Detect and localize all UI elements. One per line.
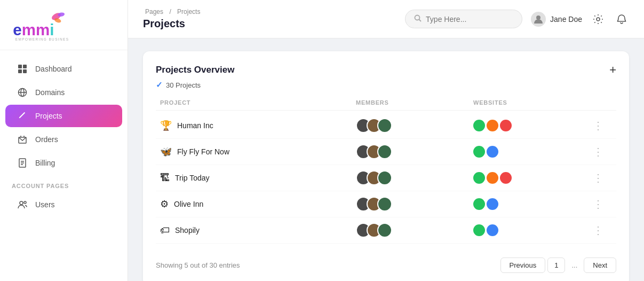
svg-line-22	[419, 20, 422, 22]
sidebar-item-dashboard[interactable]: Dashboard	[5, 58, 122, 80]
breadcrumb: Pages / Projects	[143, 8, 202, 15]
website-dot	[487, 172, 498, 184]
row-actions: ⋮	[591, 118, 612, 133]
members-cell	[356, 170, 473, 185]
svg-rect-8	[23, 69, 27, 73]
row-actions: ⋮	[591, 223, 612, 238]
notifications-button[interactable]	[614, 12, 629, 27]
sidebar-item-users[interactable]: Users	[5, 193, 122, 216]
project-name: 🏗Trip Today	[160, 173, 356, 184]
website-dot	[487, 198, 498, 210]
svg-point-23	[536, 15, 540, 20]
table-row[interactable]: 🏗Trip Today⋮	[156, 165, 616, 191]
more-options-button[interactable]: ⋮	[591, 170, 606, 185]
sidebar-item-domains[interactable]: Domains	[5, 81, 122, 104]
next-button[interactable]: Next	[584, 257, 616, 273]
user-name: Jane Doe	[550, 15, 582, 24]
website-dot	[487, 146, 498, 158]
logo: emmi EMPOWERING BUSINESS	[11, 10, 69, 42]
project-icon: 🏷	[160, 225, 170, 236]
sidebar-item-label: Users	[35, 200, 55, 209]
svg-point-19	[20, 201, 23, 205]
showing-text: Showing 5 out of 30 entries	[156, 261, 240, 269]
more-options-button[interactable]: ⋮	[591, 197, 606, 212]
page-number[interactable]: 1	[547, 257, 565, 273]
more-options-button[interactable]: ⋮	[591, 144, 606, 159]
header-right: Jane Doe	[405, 10, 629, 28]
add-project-button[interactable]: +	[609, 64, 616, 76]
table-row[interactable]: 🏆Human Inc⋮	[156, 113, 616, 139]
svg-rect-5	[18, 65, 22, 68]
website-dot	[473, 198, 485, 210]
table-row[interactable]: 🦋Fly Fly For Now⋮	[156, 139, 616, 165]
row-actions: ⋮	[591, 170, 612, 185]
table-header: PROJECT MEMBERS WEBSITES	[156, 99, 616, 111]
sidebar-item-projects[interactable]: Projects	[5, 105, 122, 127]
row-actions: ⋮	[591, 144, 612, 159]
project-name: 🦋Fly Fly For Now	[160, 146, 356, 158]
avatar-stack	[356, 144, 392, 159]
header: Pages / Projects Projects Jane Doe	[128, 0, 644, 38]
page-ellipsis: ...	[567, 258, 582, 272]
projects-table: 🏆Human Inc⋮🦋Fly Fly For Now⋮🏗Trip Today⋮…	[156, 113, 616, 244]
settings-button[interactable]	[591, 12, 606, 27]
table-footer: Showing 5 out of 30 entries Previous 1 .…	[156, 253, 616, 273]
websites-cell	[473, 146, 591, 158]
project-icon: 🏆	[160, 120, 172, 131]
svg-point-21	[415, 15, 420, 20]
avatar	[531, 12, 546, 27]
logo-area: emmi EMPOWERING BUSINESS	[0, 0, 128, 50]
search-icon	[414, 14, 422, 24]
page-title: Projects	[143, 18, 202, 30]
sidebar-item-orders[interactable]: Orders	[5, 128, 122, 151]
svg-point-24	[597, 18, 600, 21]
sidebar-item-label: Domains	[35, 88, 65, 97]
more-options-button[interactable]: ⋮	[591, 223, 606, 238]
col-project: PROJECT	[160, 99, 356, 106]
col-websites: WEBSITES	[473, 99, 591, 106]
more-options-button[interactable]: ⋮	[591, 118, 606, 133]
members-cell	[356, 144, 473, 159]
sidebar-item-label: Projects	[35, 112, 62, 120]
search-bar[interactable]	[405, 10, 522, 28]
col-actions	[591, 99, 612, 106]
main-content: Pages / Projects Projects Jane Doe	[128, 0, 644, 281]
box-icon	[17, 134, 28, 145]
svg-rect-7	[18, 69, 22, 73]
projects-card: Projects Overview + ✓ 30 Projects PROJEC…	[143, 51, 629, 281]
websites-cell	[473, 172, 591, 184]
user-area[interactable]: Jane Doe	[531, 12, 582, 27]
sidebar-item-label: Orders	[35, 135, 58, 144]
websites-cell	[473, 120, 591, 131]
avatar	[377, 118, 392, 133]
check-icon: ✓	[156, 80, 163, 90]
content-area: Projects Overview + ✓ 30 Projects PROJEC…	[128, 38, 644, 281]
website-dot	[500, 120, 512, 131]
website-dot	[473, 172, 485, 184]
avatar-stack	[356, 118, 392, 133]
pencil-icon	[17, 111, 28, 121]
sidebar-item-billing[interactable]: Billing	[5, 152, 122, 174]
grid-icon	[17, 64, 28, 74]
members-cell	[356, 197, 473, 212]
svg-text:EMPOWERING BUSINESS: EMPOWERING BUSINESS	[15, 37, 69, 41]
previous-button[interactable]: Previous	[500, 257, 546, 273]
website-dot	[487, 224, 498, 236]
file-icon	[17, 158, 28, 168]
avatar	[377, 170, 392, 185]
svg-text:emmi: emmi	[13, 21, 54, 38]
svg-point-20	[24, 201, 26, 204]
sidebar-item-label: Dashboard	[35, 65, 72, 73]
card-header: Projects Overview +	[156, 64, 616, 76]
table-row[interactable]: 🏷Shopily⋮	[156, 217, 616, 244]
project-name: ⚙Olive Inn	[160, 198, 356, 210]
header-left: Pages / Projects Projects	[143, 8, 202, 30]
websites-cell	[473, 198, 591, 210]
website-dot	[473, 224, 485, 236]
projects-count: ✓ 30 Projects	[156, 80, 616, 90]
avatar-stack	[356, 197, 392, 212]
account-section-label: ACCOUNT PAGES	[0, 175, 128, 192]
search-input[interactable]	[426, 15, 513, 24]
row-actions: ⋮	[591, 197, 612, 212]
table-row[interactable]: ⚙Olive Inn⋮	[156, 191, 616, 217]
